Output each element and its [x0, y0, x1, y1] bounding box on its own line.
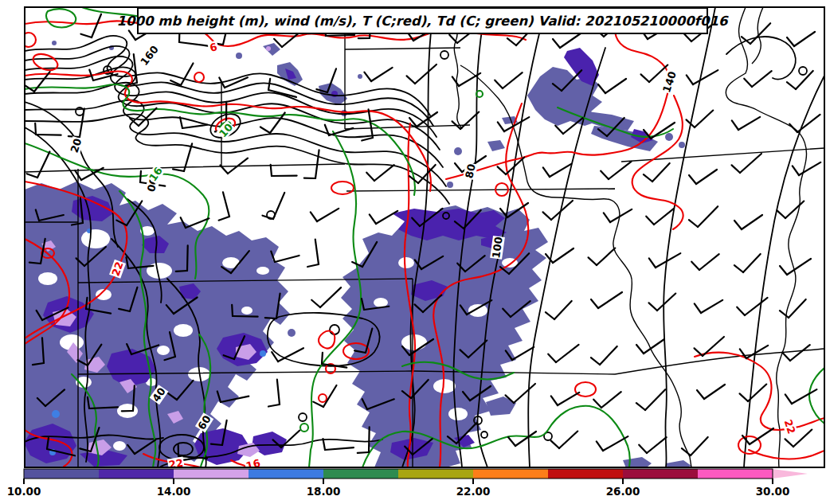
colorbar-overflow-arrow — [773, 469, 808, 479]
colorbar-segment — [548, 469, 623, 479]
wind-barb — [405, 64, 438, 84]
contour-label: 160 — [138, 43, 161, 68]
colorbar-tick-label: 10.00 — [7, 485, 41, 498]
wind-barb — [737, 298, 769, 316]
colorbar-tick-label: 22.00 — [456, 485, 491, 498]
wind-barb — [787, 32, 815, 46]
wind-barb — [648, 294, 678, 312]
contour-label: 20 — [68, 136, 84, 155]
wind-barb — [271, 345, 303, 364]
wind-barb — [740, 23, 773, 45]
wind-barb — [603, 207, 632, 223]
wind-barb — [452, 71, 480, 87]
weather-map: 16020008010040601406222216221610 1000 mb… — [0, 0, 826, 504]
wind-barb — [694, 298, 722, 314]
wind-barb — [693, 337, 726, 357]
colorbar-tick-label: 14.00 — [157, 485, 191, 498]
map-title: 1000 mb height (m), wind (m/s), T (C;red… — [117, 14, 729, 29]
wind-barb — [731, 115, 760, 131]
weather-chart-figure: 16020008010040601406222216221610 1000 mb… — [0, 0, 826, 504]
wind-barb — [217, 72, 248, 92]
colorbar-segment — [698, 469, 773, 479]
wind-barb — [369, 209, 397, 225]
contour-label: 140 — [660, 69, 679, 94]
wind-barb — [691, 254, 720, 270]
wind-barb — [310, 206, 339, 222]
wind-barb — [213, 192, 237, 223]
wind-barb — [259, 193, 294, 223]
wind-barb — [366, 165, 395, 181]
wind-barb — [591, 292, 622, 308]
wind-barb — [364, 67, 393, 82]
colorbar: 10.0014.0018.0022.0026.0030.00 — [7, 469, 808, 498]
wind-barb — [778, 299, 808, 319]
contour-label-text: 160 — [138, 43, 161, 68]
wind-barb — [266, 160, 297, 187]
wind-barb — [588, 248, 617, 267]
wind-barb — [63, 108, 96, 142]
wind-barb — [589, 346, 620, 366]
wind-barb — [785, 387, 816, 405]
colorbar-tick-label: 26.00 — [606, 485, 640, 498]
wind-barb — [542, 162, 571, 178]
wind-barb — [553, 33, 581, 48]
contour-label-text: 80 — [463, 162, 477, 179]
wind-barb — [733, 254, 763, 274]
contour-label-text: 140 — [660, 70, 679, 94]
wind-barb — [601, 162, 632, 180]
wind-barb — [635, 389, 668, 412]
wind-barb — [264, 380, 290, 411]
wind-barb — [593, 392, 622, 408]
wind-barb — [550, 432, 580, 450]
wind-barb — [550, 390, 579, 406]
contour-label: 80 — [463, 162, 478, 181]
colorbar-segment — [623, 469, 698, 479]
wind-barb — [646, 209, 675, 225]
colorbar-tick-label: 30.00 — [756, 485, 790, 498]
wind-barb — [697, 385, 725, 399]
wind-barb — [648, 251, 680, 269]
wind-barb — [495, 72, 523, 88]
wind-barb — [548, 345, 580, 363]
contour-label-text: 10 — [217, 121, 235, 139]
wind-barb — [782, 345, 811, 361]
wind-barb — [23, 151, 58, 181]
wind-barb — [739, 385, 769, 403]
colorbar-segment — [99, 469, 174, 479]
wind-barb — [777, 201, 806, 220]
wind-barb — [792, 160, 820, 176]
wind-barb — [311, 287, 344, 308]
title-box: 1000 mb height (m), wind (m/s), T (C;red… — [117, 8, 729, 33]
wind-barb — [542, 201, 574, 221]
contour-label: 6 — [207, 41, 219, 55]
wind-barb — [319, 432, 354, 461]
colorbar-segment — [24, 469, 99, 479]
wind-barb — [687, 206, 721, 229]
colorbar-tick-label: 18.00 — [307, 485, 341, 498]
wind-barb — [642, 163, 672, 183]
colorbar-segment — [398, 469, 473, 479]
wind-barb — [730, 154, 763, 174]
wind-barb — [636, 339, 664, 354]
wind-barb — [734, 215, 762, 229]
colorbar-segment — [323, 469, 398, 479]
wind-barb — [508, 432, 536, 446]
wind-barb — [639, 437, 667, 453]
wind-barb — [744, 71, 773, 87]
colorbar-segment — [473, 469, 548, 479]
colorbar-segment — [174, 469, 249, 479]
wind-barb — [544, 301, 574, 321]
wind-barb — [598, 79, 626, 93]
wind-barb — [689, 170, 717, 184]
colorbar-segment — [249, 469, 323, 479]
contour-label: 22 — [781, 417, 797, 436]
wind-barb — [303, 240, 328, 271]
